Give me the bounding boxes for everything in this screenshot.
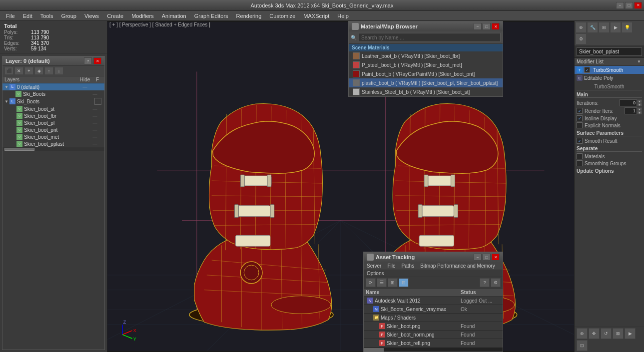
at-scrollbar[interactable] bbox=[364, 348, 503, 352]
layers-scrollbar-thumb[interactable] bbox=[4, 148, 34, 151]
menu-customize[interactable]: Customize bbox=[265, 12, 299, 20]
at-row[interactable]: M Ski_Boots_Generic_vray.max Ok bbox=[364, 305, 503, 314]
menu-rendering[interactable]: Rendering bbox=[232, 12, 266, 20]
menu-group[interactable]: Group bbox=[57, 12, 80, 20]
layer-item[interactable]: ○ Skier_boot_pl — bbox=[2, 119, 104, 126]
material-item[interactable]: P_steel_boot_b ( VRayMtl ) [Skier_boot_m… bbox=[349, 60, 503, 69]
modify-icon-btn[interactable]: 🔧 bbox=[587, 22, 598, 33]
nav-orbit-icon[interactable]: ↺ bbox=[601, 328, 612, 339]
turbosmooth-panel: TurboSmooth Main Iterations: ▲ ▼ ✓ Rende… bbox=[575, 82, 644, 178]
layer-item[interactable]: ○ Skier_boot_pplast — bbox=[2, 140, 104, 147]
render-iters-down[interactable]: ▼ bbox=[637, 111, 642, 114]
smoothing-groups-checkbox[interactable] bbox=[577, 160, 583, 166]
menu-edit[interactable]: Edit bbox=[19, 12, 36, 20]
layer-checkbox[interactable] bbox=[94, 98, 101, 105]
layers-help-button[interactable]: ? bbox=[84, 57, 92, 64]
isoline-checkbox[interactable]: ✓ bbox=[577, 115, 583, 121]
material-browser-close[interactable]: ✕ bbox=[492, 23, 500, 30]
material-item[interactable]: plastic_boot_b ( VRayMtl ) [Skier_boot_p… bbox=[349, 78, 503, 87]
nav-zoom-extents-icon[interactable]: ⊡ bbox=[577, 340, 588, 351]
iterations-up[interactable]: ▲ bbox=[637, 99, 642, 103]
render-iters-checkbox[interactable]: ✓ bbox=[577, 108, 583, 114]
nav-pan-icon[interactable]: ✥ bbox=[589, 328, 600, 339]
menu-maxscript[interactable]: MAXScript bbox=[299, 12, 333, 20]
viewport[interactable]: [ + ] [ Perspective ] [ Shaded + Edged F… bbox=[107, 21, 574, 352]
menu-create[interactable]: Create bbox=[103, 12, 127, 20]
material-item[interactable]: Leather_boot_b ( VRayMtl ) [Skier_boot_f… bbox=[349, 51, 503, 60]
material-item[interactable]: Paint_boot_b ( VRayCarPaintMtl ) [Skier_… bbox=[349, 69, 503, 78]
layer-item[interactable]: ○ Skier_boot_fbr — bbox=[2, 112, 104, 119]
materials-checkbox[interactable] bbox=[577, 153, 583, 159]
iterations-down[interactable]: ▼ bbox=[637, 103, 642, 106]
layers-movedown-btn[interactable]: ↓ bbox=[54, 67, 63, 75]
asset-tracking-maximize[interactable]: □ bbox=[483, 254, 491, 261]
nav-zoom-icon[interactable]: ⊕ bbox=[577, 328, 588, 339]
menu-file[interactable]: File bbox=[2, 12, 19, 20]
layers-scrollbar[interactable] bbox=[2, 147, 104, 151]
layers-add-btn[interactable]: + bbox=[24, 67, 33, 75]
at-menu-server[interactable]: Server bbox=[366, 263, 382, 269]
layers-select-btn[interactable]: ◈ bbox=[34, 67, 43, 75]
material-search-input[interactable] bbox=[359, 33, 501, 42]
material-item[interactable]: Stainless_Steel_bt_b ( VRayMtl ) [Skier_… bbox=[349, 87, 503, 96]
close-button[interactable]: ✕ bbox=[634, 2, 642, 9]
at-btn-refresh[interactable]: ⟳ bbox=[366, 278, 376, 287]
modifier-visibility-checkbox[interactable]: ✓ bbox=[584, 67, 590, 73]
menu-views[interactable]: Views bbox=[80, 12, 103, 20]
hierarchy-icon-btn[interactable]: ⊞ bbox=[599, 22, 610, 33]
at-row[interactable]: P Skier_boot_refl.png Found bbox=[364, 339, 503, 348]
iterations-input[interactable] bbox=[620, 99, 637, 106]
layers-close-button[interactable]: ✕ bbox=[93, 57, 101, 64]
menu-modifiers[interactable]: Modifiers bbox=[127, 12, 158, 20]
nav-field-icon[interactable]: ⊠ bbox=[613, 328, 624, 339]
at-menu-file[interactable]: File bbox=[386, 263, 396, 269]
menu-tools[interactable]: Tools bbox=[36, 12, 57, 20]
layer-item[interactable]: ○ Skier_boot_pnt — bbox=[2, 126, 104, 133]
menu-animation[interactable]: Animation bbox=[158, 12, 190, 20]
layer-item[interactable]: ○ Ski_Boots — bbox=[2, 90, 104, 97]
motion-icon-btn[interactable]: ▶ bbox=[610, 22, 621, 33]
minimize-button[interactable]: − bbox=[616, 2, 624, 9]
at-btn-detail[interactable]: ⊟ bbox=[399, 278, 409, 287]
scene-materials-header[interactable]: Scene Materials bbox=[349, 44, 503, 51]
utilities-icon-btn[interactable]: ⚙ bbox=[576, 33, 587, 44]
render-iters-up[interactable]: ▲ bbox=[637, 107, 642, 111]
material-browser-minimize[interactable]: − bbox=[474, 23, 482, 30]
layers-new-btn[interactable]: ⬛ bbox=[4, 67, 13, 75]
nav-walk-icon[interactable]: ▶ bbox=[625, 328, 636, 339]
layers-delete-btn[interactable]: ✕ bbox=[14, 67, 23, 75]
at-btn-help[interactable]: ? bbox=[480, 278, 490, 287]
asset-tracking-close[interactable]: ✕ bbox=[492, 254, 500, 261]
material-browser-maximize[interactable]: □ bbox=[483, 23, 491, 30]
at-row[interactable]: 📁 Maps / Shaders bbox=[364, 314, 503, 322]
smooth-result-checkbox[interactable]: ✓ bbox=[577, 138, 583, 144]
at-row[interactable]: P Skier_boot_norm.png Found bbox=[364, 331, 503, 339]
layer-expand-icon: ▼ bbox=[4, 85, 9, 89]
asset-tracking-minimize[interactable]: − bbox=[474, 254, 482, 261]
render-iters-input[interactable] bbox=[625, 107, 637, 114]
layers-move-btn[interactable]: ↑ bbox=[44, 67, 53, 75]
modifier-item-editpoly[interactable]: E Editable Poly bbox=[575, 74, 644, 82]
modifier-item-turbosmooth[interactable]: T ✓ TurboSmooth bbox=[575, 66, 644, 74]
create-icon-btn[interactable]: ⊕ bbox=[576, 22, 587, 33]
layer-item[interactable]: ▼ L 0 (default) — bbox=[2, 83, 104, 90]
menu-help[interactable]: Help bbox=[333, 12, 353, 20]
at-row[interactable]: P Skier_boot.png Found bbox=[364, 322, 503, 331]
at-btn-settings[interactable]: ⚙ bbox=[491, 278, 501, 287]
layer-item[interactable]: ○ Skier_boot_st — bbox=[2, 105, 104, 112]
layer-item[interactable]: ○ Skier_boot_met — bbox=[2, 133, 104, 140]
display-icon-btn[interactable]: 💡 bbox=[622, 22, 633, 33]
at-menu-paths[interactable]: Paths bbox=[401, 263, 416, 269]
modifier-dropdown-arrow[interactable]: ▼ bbox=[637, 59, 642, 64]
at-menu-bitmap-perf[interactable]: Bitmap Performance and Memory bbox=[419, 263, 496, 269]
maximize-button[interactable]: □ bbox=[625, 2, 633, 9]
layer-item[interactable]: ▼ L Ski_Boots bbox=[2, 97, 104, 105]
menu-graph-editors[interactable]: Graph Editors bbox=[190, 12, 232, 20]
at-menu-options[interactable]: Options bbox=[366, 270, 385, 277]
at-row[interactable]: V Autodesk Vault 2012 Logged Out ... bbox=[364, 297, 503, 305]
at-scrollbar-thumb[interactable] bbox=[364, 348, 384, 352]
material-browser: Material/Map Browser − □ ✕ 🔍 Scene Mater… bbox=[348, 21, 503, 97]
explicit-checkbox[interactable] bbox=[577, 122, 583, 128]
at-btn-list[interactable]: ☰ bbox=[377, 278, 387, 287]
at-btn-grid[interactable]: ⊞ bbox=[388, 278, 398, 287]
